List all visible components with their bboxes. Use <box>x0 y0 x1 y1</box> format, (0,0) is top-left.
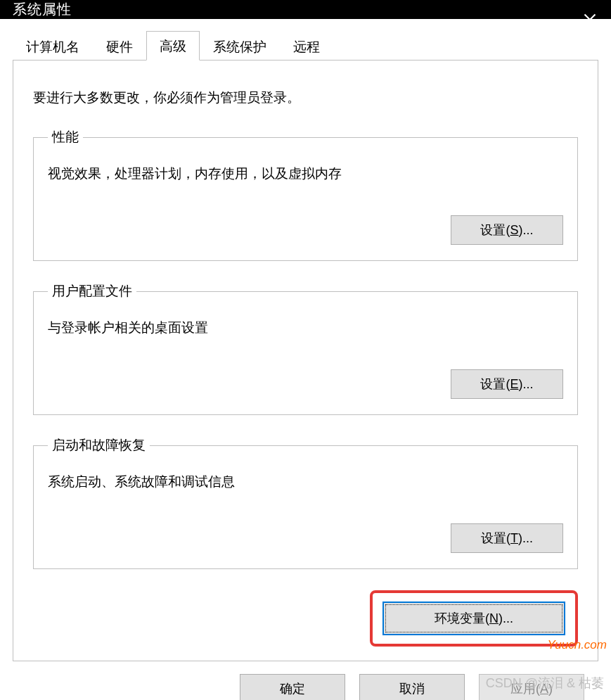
tab-panel-advanced: 要进行大多数更改，你必须作为管理员登录。 性能 视觉效果，处理器计划，内存使用，… <box>13 60 598 661</box>
user-profiles-settings-button[interactable]: 设置(E)... <box>451 369 563 399</box>
tab-remote[interactable]: 远程 <box>280 32 333 61</box>
ok-button[interactable]: 确定 <box>240 674 345 700</box>
tab-system-protection[interactable]: 系统保护 <box>200 32 280 61</box>
performance-settings-button[interactable]: 设置(S)... <box>451 215 563 245</box>
title-bar: 系统属性 <box>0 0 611 19</box>
performance-legend: 性能 <box>48 128 83 146</box>
user-profiles-group: 用户配置文件 与登录帐户相关的桌面设置 设置(E)... <box>33 282 578 415</box>
startup-recovery-desc: 系统启动、系统故障和调试信息 <box>48 473 563 491</box>
performance-desc: 视觉效果，处理器计划，内存使用，以及虚拟内存 <box>48 165 563 183</box>
env-var-row: 环境变量(N)... <box>33 590 578 647</box>
env-var-highlight: 环境变量(N)... <box>370 590 578 647</box>
cancel-button[interactable]: 取消 <box>359 674 465 700</box>
system-properties-window: 系统属性 计算机名 硬件 高级 系统保护 远程 要进行大多数更改，你必须作为管理… <box>0 0 611 700</box>
close-icon <box>584 13 596 26</box>
environment-variables-button[interactable]: 环境变量(N)... <box>382 602 565 635</box>
dialog-button-row: 确定 取消 应用(A) <box>13 661 598 700</box>
startup-recovery-legend: 启动和故障恢复 <box>48 436 150 454</box>
tab-hardware[interactable]: 硬件 <box>93 32 146 61</box>
apply-button[interactable]: 应用(A) <box>479 674 584 700</box>
tab-strip: 计算机名 硬件 高级 系统保护 远程 <box>13 32 598 60</box>
startup-recovery-settings-button[interactable]: 设置(T)... <box>451 523 563 553</box>
user-profiles-desc: 与登录帐户相关的桌面设置 <box>48 319 563 337</box>
window-title: 系统属性 <box>13 0 72 19</box>
performance-group: 性能 视觉效果，处理器计划，内存使用，以及虚拟内存 设置(S)... <box>33 128 578 261</box>
dialog-body: 计算机名 硬件 高级 系统保护 远程 要进行大多数更改，你必须作为管理员登录。 … <box>0 19 611 700</box>
admin-notice: 要进行大多数更改，你必须作为管理员登录。 <box>33 89 578 107</box>
user-profiles-legend: 用户配置文件 <box>48 282 136 300</box>
tab-advanced[interactable]: 高级 <box>146 31 200 61</box>
tab-computer-name[interactable]: 计算机名 <box>13 32 93 61</box>
startup-recovery-group: 启动和故障恢复 系统启动、系统故障和调试信息 设置(T)... <box>33 436 578 569</box>
